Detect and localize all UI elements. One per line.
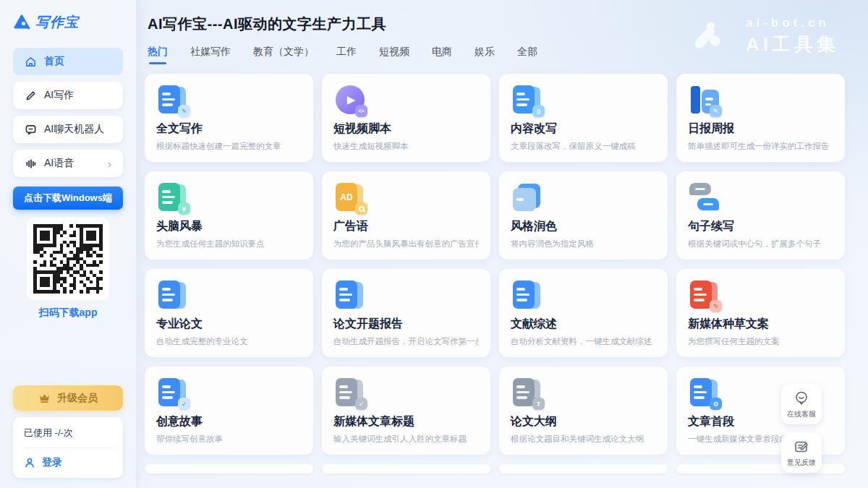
card-title: 日报周报 xyxy=(688,121,833,137)
app-root: 写作宝 首页 AI写作 AI聊天机器人 xyxy=(0,0,868,488)
tool-card[interactable]: ✎ 新媒体种草文案 为您撰写任何主题的文案 xyxy=(676,269,845,357)
login-button[interactable]: 登录 xyxy=(24,456,112,469)
main-content: ai-bot.cn AI工具集 AI写作宝---AI驱动的文字生产力工具 热门 … xyxy=(136,0,868,488)
card-title: 内容改写 xyxy=(511,121,656,137)
card-desc: 为您撰写任何主题的文案 xyxy=(688,336,833,347)
float-label: 意见反馈 xyxy=(787,458,816,468)
usage-count: 已使用 -/-次 xyxy=(24,427,112,440)
card-title: 论文大纲 xyxy=(511,414,656,429)
card-desc: 输入关键词生成引人入胜的文章标题 xyxy=(333,434,479,445)
feedback-icon xyxy=(793,439,809,455)
tool-card[interactable]: 专业论文 自动生成完整的专业论文 xyxy=(145,269,313,357)
tool-card[interactable]: 句子续写 根据关键词或中心句，扩展多个句子 xyxy=(676,171,845,260)
tab-short-video[interactable]: 短视频 xyxy=(379,46,409,64)
card-desc: 自动分析文献资料，一键生成文献综述 xyxy=(511,336,656,347)
tool-card[interactable]: T 论文大纲 根据论文题目和关键词生成论文大纲 xyxy=(499,367,668,455)
sidebar: 写作宝 首页 AI写作 AI聊天机器人 xyxy=(0,0,136,488)
divider xyxy=(24,448,112,448)
app-logo[interactable]: 写作宝 xyxy=(13,13,123,32)
download-windows-button[interactable]: 点击下载Windows端 xyxy=(13,187,123,210)
upgrade-label: 升级会员 xyxy=(57,392,98,405)
account-card: 已使用 -/-次 登录 xyxy=(13,417,123,478)
sidebar-spacer xyxy=(13,320,123,385)
floating-buttons: 在线客服 意见反馈 xyxy=(781,384,822,473)
voice-icon xyxy=(25,158,37,170)
card-desc: 根据标题快速创建一篇完整的文章 xyxy=(156,141,302,152)
card-desc: 根据关键词或中心句，扩展多个句子 xyxy=(688,239,833,249)
card-title: 句子续写 xyxy=(688,219,833,234)
tool-card[interactable]: ✎ 全文写作 根据标题快速创建一篇完整的文章 xyxy=(145,74,313,162)
tool-card[interactable]: ✎ 日报周报 简单描述即可生成一份详实的工作报告 xyxy=(676,74,845,162)
tab-work[interactable]: 工作 xyxy=(336,46,357,64)
card-title: 新媒体文章标题 xyxy=(333,414,479,429)
tool-card[interactable]: 文献综述 自动分析文献资料，一键生成文献综述 xyxy=(499,269,668,357)
tool-card-partial[interactable] xyxy=(322,464,490,474)
sidebar-nav: 首页 AI写作 AI聊天机器人 AI语音 › xyxy=(13,48,123,177)
tool-card[interactable]: ✓ 创意故事 帮你续写创意故事 xyxy=(145,367,313,455)
thesis-outline-icon: T xyxy=(511,376,544,409)
chevron-right-icon: › xyxy=(108,158,111,170)
thesis-proposal-icon xyxy=(333,278,367,312)
card-title: 全文写作 xyxy=(156,121,302,137)
card-title: 论文开题报告 xyxy=(333,317,479,332)
sidebar-item-ai-chatbot[interactable]: AI聊天机器人 xyxy=(13,116,123,143)
tab-social-media-writing[interactable]: 社媒写作 xyxy=(190,46,231,64)
card-title: 专业论文 xyxy=(156,317,302,332)
tool-card[interactable]: 风格润色 将内容润色为指定风格 xyxy=(499,171,668,260)
card-desc: 帮你续写创意故事 xyxy=(156,434,302,445)
sidebar-item-ai-voice[interactable]: AI语音 › xyxy=(13,150,123,177)
home-icon xyxy=(25,56,37,68)
tool-card[interactable]: () 内容改写 文章段落改写，保留原义一键成稿 xyxy=(499,74,668,162)
sidebar-item-label: AI写作 xyxy=(44,89,74,102)
tab-ecommerce[interactable]: 电商 xyxy=(432,46,452,64)
card-desc: 简单描述即可生成一份详实的工作报告 xyxy=(688,141,833,152)
card-title: 短视频脚本 xyxy=(333,121,479,137)
tab-all[interactable]: 全部 xyxy=(517,46,537,64)
tab-hot[interactable]: 热门 xyxy=(148,46,168,64)
literature-review-icon xyxy=(511,278,544,312)
card-desc: 快速生成短视频脚本 xyxy=(333,141,479,152)
tool-card-partial[interactable] xyxy=(499,464,668,474)
card-desc: 文章段落改写，保留原义一键成稿 xyxy=(511,141,656,152)
sidebar-item-label: AI语音 xyxy=(44,157,74,170)
tool-card[interactable]: AD 广告语 为您的产品头脑风暴出有创意的广告宣传语 xyxy=(322,171,490,260)
sidebar-item-ai-writing[interactable]: AI写作 xyxy=(13,82,123,109)
card-title: 文献综述 xyxy=(511,317,656,332)
creative-story-icon: ✓ xyxy=(156,376,190,409)
pencil-icon xyxy=(25,90,37,102)
ad-slogan-icon: AD xyxy=(333,181,367,214)
tab-entertainment[interactable]: 娱乐 xyxy=(475,46,495,64)
card-desc: 为您的产品头脑风暴出有创意的广告宣传语 xyxy=(333,239,479,249)
tool-grid: ✎ 全文写作 根据标题快速创建一篇完整的文章 ▶<> 短视频脚本 快速生成短视频… xyxy=(145,74,845,474)
page-title: AI写作宝---AI驱动的文字生产力工具 xyxy=(148,14,845,34)
feedback-button[interactable]: 意见反馈 xyxy=(781,432,822,473)
crown-icon xyxy=(38,393,51,403)
tool-card[interactable]: ▶<> 短视频脚本 快速生成短视频脚本 xyxy=(322,74,490,162)
card-title: 头脑风暴 xyxy=(156,219,302,234)
card-desc: 为您生成任何主题的知识要点 xyxy=(156,239,302,249)
online-support-button[interactable]: 在线客服 xyxy=(781,384,822,424)
float-label: 在线客服 xyxy=(787,409,816,419)
first-paragraph-icon: ⚙ xyxy=(688,376,721,409)
tool-card[interactable]: ✓ 新媒体文章标题 输入关键词生成引人入胜的文章标题 xyxy=(322,367,490,455)
card-desc: 将内容润色为指定风格 xyxy=(511,239,656,249)
fulltext-writing-icon: ✎ xyxy=(156,83,190,116)
support-icon xyxy=(793,390,809,406)
tool-card[interactable]: 论文开题报告 自动生成开题报告，开启论文写作第一步 xyxy=(322,269,490,357)
qr-caption-link[interactable]: 扫码下载app xyxy=(13,307,123,320)
logo-text: 写作宝 xyxy=(35,13,79,32)
qr-pattern xyxy=(33,224,103,294)
sidebar-item-home[interactable]: 首页 xyxy=(13,48,123,75)
short-video-script-icon: ▶<> xyxy=(333,83,367,116)
tool-card[interactable]: ∨ 头脑风暴 为您生成任何主题的知识要点 xyxy=(145,171,313,260)
card-desc: 根据论文题目和关键词生成论文大纲 xyxy=(511,434,656,445)
upgrade-member-button[interactable]: 升级会员 xyxy=(13,385,123,411)
qr-code xyxy=(27,218,109,300)
brainstorm-icon: ∨ xyxy=(156,181,190,214)
tool-card-partial[interactable] xyxy=(145,464,313,474)
logo-icon xyxy=(13,14,30,31)
seeding-copy-icon: ✎ xyxy=(688,278,721,312)
card-title: 风格润色 xyxy=(511,219,656,234)
tab-education-literature[interactable]: 教育（文学） xyxy=(253,46,314,64)
content-rewrite-icon: () xyxy=(511,83,544,116)
